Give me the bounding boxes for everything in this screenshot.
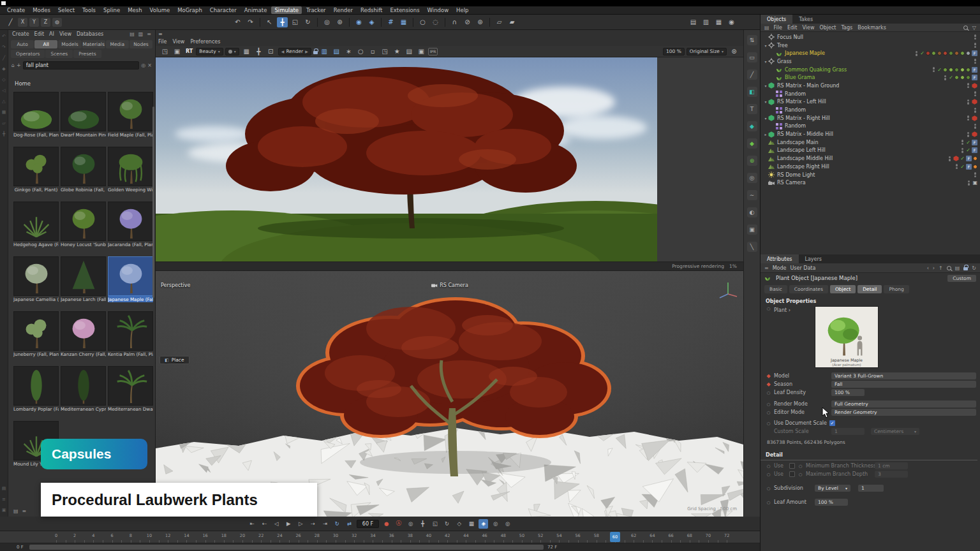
tab-object[interactable]: Object bbox=[830, 285, 856, 293]
asset-item-juneberry-fall-plant[interactable]: Juneberry (Fall, Plant) bbox=[13, 311, 59, 357]
menu-redshift[interactable]: Redshift bbox=[357, 6, 386, 14]
material-chip[interactable] bbox=[943, 68, 947, 72]
object-row-landscape-left-hill[interactable]: Landscape Left Hill✓F bbox=[761, 147, 980, 155]
visibility-dots[interactable] bbox=[974, 59, 977, 64]
material-chip[interactable] bbox=[960, 75, 965, 80]
undo-icon[interactable]: ↶ bbox=[2, 34, 6, 39]
up-icon[interactable]: ↑ bbox=[939, 265, 943, 271]
tag-f[interactable]: F bbox=[972, 147, 977, 153]
visibility-dots[interactable] bbox=[974, 108, 977, 113]
material-chip[interactable] bbox=[949, 51, 953, 55]
tab-presets[interactable]: Presets bbox=[73, 50, 101, 58]
tag-f[interactable]: F bbox=[972, 50, 977, 56]
layout-quad-icon[interactable]: ▦ bbox=[713, 17, 724, 27]
om-menu-object[interactable]: Object bbox=[819, 25, 836, 31]
menu-character[interactable]: Character bbox=[207, 6, 240, 14]
scale-tool-icon[interactable]: ◱ bbox=[290, 17, 301, 27]
render-mode-dropdown[interactable]: Full Geometry bbox=[831, 400, 976, 408]
snowflake-icon[interactable]: ∗ bbox=[343, 47, 354, 57]
asset-item-jacaranda-fall-plant[interactable]: Jacaranda (Fall, Plant) bbox=[108, 202, 153, 247]
quantize-grid-icon[interactable]: ▦ bbox=[398, 17, 409, 27]
search-icon[interactable] bbox=[963, 26, 968, 30]
pan-arrows-icon[interactable]: ⇅ bbox=[747, 35, 757, 45]
menu-render[interactable]: Render bbox=[330, 6, 356, 14]
asset-item-mediterranean-cypres[interactable]: Mediterranean Cypres... bbox=[61, 366, 106, 412]
tab-phong[interactable]: Phong bbox=[884, 285, 909, 293]
object-row-rs-dome-light[interactable]: RS Dome Light bbox=[761, 171, 980, 179]
frame-icon[interactable]: ▭ bbox=[747, 52, 757, 62]
channels-icon[interactable]: ▤ bbox=[404, 47, 415, 57]
prev-key-button[interactable]: ⇠ bbox=[260, 519, 269, 529]
thumbnail-view-icon[interactable]: ▤ bbox=[13, 508, 19, 514]
capsule-hex-icon[interactable]: ◆ bbox=[747, 121, 757, 131]
tag-f[interactable]: F bbox=[966, 156, 972, 161]
tab-materials[interactable]: Materials bbox=[82, 40, 105, 48]
object-row-tree[interactable]: ▾Tree bbox=[761, 41, 980, 50]
rv-menu-file[interactable]: File bbox=[158, 39, 167, 45]
size-dropdown[interactable]: Original Size▾ bbox=[687, 48, 727, 55]
list-icon[interactable]: ≡ bbox=[2, 497, 6, 502]
grid-icon[interactable]: ▦ bbox=[241, 47, 252, 57]
render-view-icon[interactable]: ○ bbox=[417, 17, 428, 27]
x-axis-lock-button[interactable]: X bbox=[18, 18, 27, 27]
gear-icon[interactable]: ⊛ bbox=[475, 17, 486, 27]
expand-arrow[interactable]: ▾ bbox=[763, 99, 768, 104]
panel-view-icon[interactable]: ▥ bbox=[138, 31, 144, 37]
capsule-user-icon[interactable]: ◉ bbox=[726, 17, 737, 27]
leaf-amount-field[interactable]: 100 % bbox=[815, 499, 848, 506]
record-parameter-button[interactable]: ◇ bbox=[454, 519, 464, 529]
season-dropdown[interactable]: Fall bbox=[831, 381, 976, 388]
visibility-dots[interactable] bbox=[944, 75, 947, 80]
visibility-dots[interactable] bbox=[956, 164, 958, 169]
layout-icon[interactable]: ▤ bbox=[2, 486, 6, 491]
visibility-dots[interactable] bbox=[974, 91, 977, 96]
asset-item-japanese-larch-fall-pl[interactable]: Japanese Larch (Fall, Pl... bbox=[61, 256, 106, 302]
tab-attributes[interactable]: Attributes bbox=[761, 254, 799, 263]
record-rotation-button[interactable]: ↻ bbox=[442, 519, 452, 529]
object-row-japanese-maple[interactable]: Japanese Maple✓F bbox=[761, 49, 980, 57]
enabled-check[interactable]: ✓ bbox=[949, 75, 953, 80]
record-scale-button[interactable]: ◱ bbox=[430, 519, 440, 529]
tab-models[interactable]: Models bbox=[58, 40, 81, 48]
phong-tag[interactable] bbox=[973, 165, 977, 169]
redshift-tag[interactable] bbox=[953, 156, 959, 161]
asset-item-japanese-camellia-fal[interactable]: Japanese Camellia (Fal... bbox=[13, 256, 59, 302]
enabled-check[interactable]: ✓ bbox=[920, 50, 924, 56]
menu-window[interactable]: Window bbox=[424, 6, 452, 14]
annotate-icon[interactable]: ╲ bbox=[747, 242, 757, 252]
tab-detail[interactable]: Detail bbox=[858, 285, 882, 293]
play-button[interactable]: ▶ bbox=[284, 519, 293, 529]
enabled-check[interactable]: ✓ bbox=[966, 140, 970, 145]
text-tool-icon[interactable]: T bbox=[747, 104, 757, 114]
enabled-check[interactable]: ✓ bbox=[960, 164, 965, 170]
visibility-dots[interactable] bbox=[961, 140, 964, 145]
menu-mesh[interactable]: Mesh bbox=[124, 6, 145, 14]
asset-item-hedgehog-agave-fall[interactable]: Hedgehog Agave (Fall... bbox=[13, 202, 59, 247]
model-mode-icon[interactable]: ◆ bbox=[2, 66, 5, 71]
enabled-check[interactable]: ✓ bbox=[937, 67, 942, 73]
cube-icon[interactable]: ◧ bbox=[747, 87, 757, 97]
menu-help[interactable]: Help bbox=[453, 6, 471, 14]
crop-icon[interactable]: ⊡ bbox=[265, 47, 276, 57]
subdivision-dropdown[interactable]: By Level▾ bbox=[815, 485, 850, 492]
expand-arrow[interactable]: ▸ bbox=[763, 132, 768, 136]
current-frame-field[interactable]: 60 F bbox=[357, 520, 379, 528]
pixel-icon[interactable]: ★ bbox=[392, 47, 403, 57]
om-menu-edit[interactable]: Edit bbox=[787, 25, 798, 31]
ab-menu-databases[interactable]: Databases bbox=[77, 31, 103, 37]
object-row-random[interactable]: Random bbox=[761, 90, 980, 98]
rv-menu-view[interactable]: View bbox=[172, 39, 184, 45]
tab-layers[interactable]: Layers bbox=[799, 254, 828, 263]
asset-item-dog-rose-fall-plant[interactable]: Dog-Rose (Fall, Plant) bbox=[13, 92, 59, 138]
rv-menu-preferences[interactable]: Preferences bbox=[190, 39, 220, 45]
object-row-random[interactable]: Random bbox=[761, 106, 980, 114]
material-chip[interactable] bbox=[966, 68, 970, 72]
ab-menu-ai[interactable]: AI bbox=[49, 31, 54, 37]
om-menu-tags[interactable]: Tags bbox=[842, 25, 853, 31]
asset-item-kanzan-cherry-fall-pl[interactable]: Kanzan Cherry (Fall, Pl... bbox=[61, 311, 106, 357]
asset-item-field-maple-fall-plant[interactable]: Field Maple (Fall, Plant) bbox=[108, 92, 153, 138]
om-menu-bookmarks[interactable]: Bookmarks bbox=[858, 25, 886, 31]
model-dropdown[interactable]: Variant 3 Full-Grown bbox=[831, 372, 976, 379]
object-row-landscape-middle-hill[interactable]: Landscape Middle Hill✓F bbox=[761, 154, 980, 163]
viewport-menu-icon[interactable]: ≡ bbox=[158, 31, 163, 37]
